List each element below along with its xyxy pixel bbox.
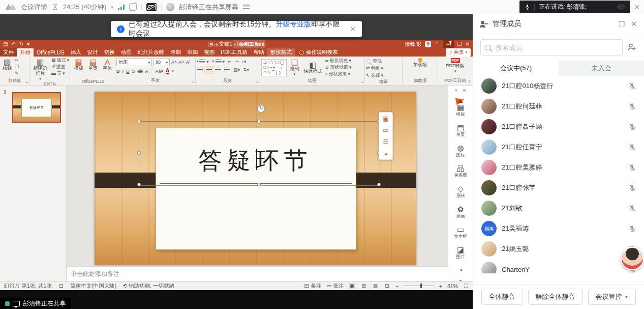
pdf-convert-button[interactable]: PDFPDF转换▾ [445, 58, 466, 73]
mute-all-button[interactable]: 全体静音 [481, 289, 523, 305]
dialog-launcher-icon[interactable]: ↘ [191, 80, 194, 84]
mic-muted-icon[interactable] [629, 225, 636, 232]
resize-handle[interactable] [257, 183, 261, 186]
member-row[interactable]: ChartenY [473, 259, 644, 273]
align-tool-icon[interactable]: ☰ [383, 138, 389, 146]
notes-pane[interactable]: 单击此处添加备注 [67, 266, 448, 281]
align-right-button[interactable] [215, 68, 221, 72]
paste-button[interactable]: ▧粘贴 [1, 58, 13, 72]
ppt-share-button[interactable]: ⤴共享▾ [446, 48, 471, 57]
arrange-button[interactable]: ❏排列▾ [288, 58, 300, 77]
collapse-ribbon-icon[interactable]: ˄ [468, 79, 471, 84]
rotate-handle[interactable]: ↻ [257, 105, 265, 113]
underline-button[interactable]: U [126, 69, 130, 74]
dialog-launcher-icon[interactable]: ↘ [360, 80, 363, 84]
floating-user-avatar[interactable] [621, 247, 644, 270]
mic-muted-icon[interactable] [629, 205, 636, 212]
language-status[interactable]: 简体中文(中国大陆) [70, 283, 116, 290]
tell-me-search[interactable]: 操作说明搜索 [295, 48, 342, 57]
find-button[interactable]: 查找 [366, 59, 401, 64]
op-sidebar-item[interactable]: ◇形状 [456, 182, 465, 202]
resize-handle[interactable] [377, 183, 381, 186]
tab-file[interactable]: 文件 [0, 48, 17, 57]
meeting-controls-button[interactable]: 会议管控▼ [588, 289, 636, 305]
meeting-timer[interactable]: 24:25 (40分钟) [63, 3, 106, 12]
ppt-tab[interactable]: 视图 [201, 48, 218, 57]
unmute-all-button[interactable]: 解除全体静音 [528, 289, 583, 305]
new-slide-button[interactable]: ▥新建幻灯片▾ [30, 58, 50, 81]
italic-button[interactable]: I [122, 69, 124, 74]
zoom-in-button[interactable]: + [439, 283, 442, 289]
op-sidebar-item[interactable]: ▤单页 [456, 121, 465, 141]
save-icon[interactable]: ▤ [3, 41, 8, 47]
ppt-tab[interactable]: 幻灯片放映 [135, 48, 168, 57]
close-window-button[interactable]: ✕ [466, 41, 470, 47]
shrink-font-button[interactable]: A˅ [178, 60, 184, 65]
fit-slide-icon[interactable]: ⛶ [463, 283, 469, 289]
member-row[interactable]: 21口腔任育宁 [473, 137, 644, 157]
comments-toggle[interactable]: ▭ 批注 [326, 283, 344, 290]
frame-tool-icon[interactable]: ▣ [383, 115, 388, 122]
ribbon-options-icon[interactable]: ⌃ [435, 41, 439, 47]
clear-format-button[interactable]: A̸ [186, 60, 189, 65]
op-sidebar-item[interactable]: ◍图标 [456, 141, 465, 161]
ppt-tab[interactable]: 录制 [167, 48, 184, 57]
member-search[interactable] [480, 39, 623, 55]
replace-button[interactable]: ⇄ 替换 ▾ [366, 66, 401, 71]
tab-in-meeting[interactable]: 会议中(57) [473, 61, 559, 76]
palette-tool-icon[interactable]: ◕ [384, 150, 387, 157]
mic-muted-icon[interactable] [629, 144, 636, 151]
op-sidebar-item[interactable]: ▭文本框 [454, 222, 467, 243]
member-row[interactable]: 21刘敏 [473, 198, 644, 218]
dialog-launcher-icon[interactable]: ↘ [25, 80, 28, 84]
text-direction-button[interactable]: ⇅▾ [243, 67, 249, 73]
ppt-tab[interactable]: 插入 [68, 48, 84, 57]
resize-handle[interactable] [137, 151, 141, 155]
font-size-select[interactable]: 80▾ [154, 59, 170, 66]
zoom-level[interactable]: 81% [447, 283, 458, 289]
align-center-button[interactable] [206, 68, 212, 72]
ppt-tab[interactable]: 审阅 [184, 48, 201, 57]
banner-close-icon[interactable]: ✕ [350, 25, 356, 33]
bullets-button[interactable]: •▾ [197, 59, 209, 65]
dialog-launcher-icon[interactable]: ↘ [256, 80, 259, 84]
slide-sorter-icon[interactable]: ⊞ [360, 283, 366, 289]
change-case-button[interactable]: Aa▾ [156, 69, 164, 74]
zoom-out-button[interactable]: − [395, 283, 398, 289]
timer-chevron-icon[interactable]: ▾ [111, 5, 113, 10]
bold-button[interactable]: B [116, 69, 120, 74]
ppt-tab[interactable]: OfficePLUS [34, 48, 68, 57]
strikethrough-button[interactable]: ab [138, 69, 143, 74]
accessibility-status[interactable]: ⟲ 辅助功能: 一切就绪 [122, 283, 174, 290]
tab-home[interactable]: 开始 [17, 48, 34, 57]
member-row[interactable]: 21口腔张芊 [473, 178, 644, 198]
mic-muted-icon[interactable] [629, 164, 636, 171]
op-sidebar-item[interactable]: 品关系图 [454, 161, 467, 182]
resize-handle[interactable] [257, 120, 261, 123]
ppt-tab[interactable]: 形状格式 [267, 48, 295, 57]
member-row[interactable]: 福涛 21吴福涛 [473, 218, 644, 239]
op-template-button[interactable]: ▦模板 [73, 58, 85, 72]
panel-popout-icon[interactable]: ❐ [619, 20, 625, 28]
reset-button[interactable]: ↺ 重置 [51, 64, 69, 70]
meeting-detail-button[interactable]: 会议详情 [21, 3, 47, 12]
reading-view-icon[interactable]: ▥ [372, 283, 379, 289]
op-sidebar-item[interactable]: ✿插画 [456, 202, 465, 222]
account-name[interactable]: 清锋 彭 [405, 41, 421, 48]
char-spacing-button[interactable]: A↔ [145, 69, 153, 74]
restore-button[interactable]: ❐ [457, 41, 462, 47]
shape-fill-button[interactable]: ▰形状填充 ▾ [325, 58, 351, 64]
op-sidebar-item[interactable]: ◔ [458, 263, 463, 277]
font-color-button[interactable]: A [166, 68, 169, 74]
ppt-tab[interactable]: 切换 [101, 48, 118, 57]
op-more-icon[interactable]: ▾ [459, 277, 462, 281]
member-row[interactable]: 21口腔吴雅婷 [473, 157, 644, 178]
mic-muted-icon[interactable] [629, 103, 636, 110]
line-spacing-button[interactable]: ↕▾ [241, 59, 246, 65]
font-name-select[interactable]: 仿宋▾ [116, 59, 152, 66]
popout-icon[interactable] [129, 3, 137, 11]
grow-font-button[interactable]: A˄ [171, 60, 177, 65]
minimize-button[interactable]: – [443, 40, 454, 48]
close-icon[interactable]: ✕ [634, 3, 640, 11]
member-row[interactable]: 21姚玉懿 [473, 239, 644, 259]
